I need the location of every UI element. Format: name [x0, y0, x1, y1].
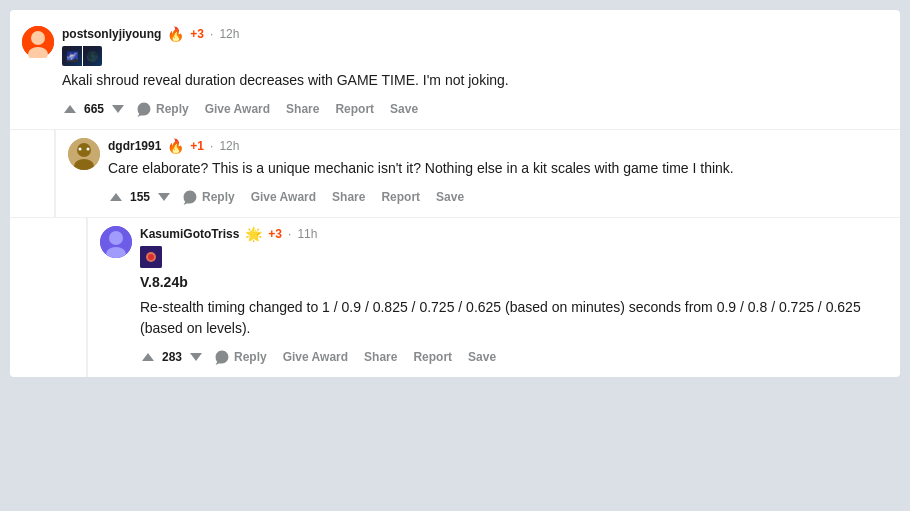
comment-time: 11h: [297, 227, 317, 241]
downvote-button[interactable]: [188, 351, 204, 363]
award-icon: 🌟: [245, 226, 262, 242]
save-button[interactable]: Save: [462, 346, 502, 368]
upvote-button[interactable]: [140, 351, 156, 363]
save-label: Save: [390, 102, 418, 116]
upvote-icon: [142, 353, 154, 361]
comment-text-content: Re-stealth timing changed to 1 / 0.9 / 0…: [140, 297, 888, 339]
badge-img-1: 🌌: [62, 46, 82, 66]
comment-row-nested: dgdr1991 🔥 +1 · 12h Care elaborate? This…: [54, 130, 888, 217]
vote-controls: 283: [140, 350, 204, 364]
username: postsonlyjiyoung: [62, 27, 161, 41]
upvote-icon: [64, 105, 76, 113]
save-button[interactable]: Save: [430, 186, 470, 208]
time-dot: ·: [210, 139, 213, 153]
report-label: Report: [335, 102, 374, 116]
give-award-button[interactable]: Give Award: [245, 186, 322, 208]
downvote-button[interactable]: [110, 103, 126, 115]
vote-controls: 665: [62, 102, 126, 116]
reply-button[interactable]: Reply: [176, 185, 241, 209]
vote-controls: 155: [108, 190, 172, 204]
downvote-icon: [112, 105, 124, 113]
avatar: [68, 138, 100, 170]
reply-icon: [136, 101, 152, 117]
reply-icon: [214, 349, 230, 365]
award-icon: 🔥: [167, 26, 184, 42]
give-award-label: Give Award: [205, 102, 270, 116]
report-button[interactable]: Report: [407, 346, 458, 368]
svg-point-13: [148, 254, 154, 260]
comment-time: 12h: [219, 27, 239, 41]
svg-point-9: [109, 231, 123, 245]
reply-label: Reply: [156, 102, 189, 116]
comment-text: Care elaborate? This is a unique mechani…: [108, 158, 888, 179]
save-label: Save: [468, 350, 496, 364]
vote-count: 665: [82, 102, 106, 116]
downvote-button[interactable]: [156, 191, 172, 203]
svg-point-6: [79, 148, 82, 151]
report-button[interactable]: Report: [329, 98, 380, 120]
comment-body: dgdr1991 🔥 +1 · 12h Care elaborate? This…: [108, 138, 888, 209]
badge-img-2: 🌑: [83, 46, 103, 66]
report-button[interactable]: Report: [375, 186, 426, 208]
reply-icon: [182, 189, 198, 205]
give-award-label: Give Award: [283, 350, 348, 364]
time-dot: ·: [210, 27, 213, 41]
report-label: Report: [413, 350, 452, 364]
comment-header: KasumiGotoTriss 🌟 +3 · 11h: [140, 226, 888, 242]
action-bar: 665 Reply Give Award Share Report: [62, 97, 888, 121]
upvote-button[interactable]: [62, 103, 78, 115]
username: KasumiGotoTriss: [140, 227, 239, 241]
action-bar: 155 Reply Give Award Share Report: [108, 185, 888, 209]
upvote-button[interactable]: [108, 191, 124, 203]
action-bar: 283 Reply Give Award Share Report: [140, 345, 888, 369]
small-image-badge: [140, 246, 162, 268]
svg-point-7: [87, 148, 90, 151]
reply-label: Reply: [234, 350, 267, 364]
comment-time: 12h: [219, 139, 239, 153]
share-label: Share: [332, 190, 365, 204]
comment-thread: postsonlyjiyoung 🔥 +3 · 12h 🌌 🌑 Akali sh…: [10, 10, 900, 377]
comment-body: KasumiGotoTriss 🌟 +3 · 11h V.8.24b Re-st…: [140, 226, 888, 369]
award-icon: 🔥: [167, 138, 184, 154]
avatar: [22, 26, 54, 58]
comment-header: postsonlyjiyoung 🔥 +3 · 12h: [62, 26, 888, 42]
comment-row-nested-2: KasumiGotoTriss 🌟 +3 · 11h V.8.24b Re-st…: [86, 218, 888, 377]
comment-row: postsonlyjiyoung 🔥 +3 · 12h 🌌 🌑 Akali sh…: [22, 18, 888, 129]
reply-button[interactable]: Reply: [130, 97, 195, 121]
karma-badge: +3: [190, 27, 204, 41]
username: dgdr1991: [108, 139, 161, 153]
upvote-icon: [110, 193, 122, 201]
share-label: Share: [286, 102, 319, 116]
give-award-button[interactable]: Give Award: [277, 346, 354, 368]
report-label: Report: [381, 190, 420, 204]
give-award-button[interactable]: Give Award: [199, 98, 276, 120]
share-label: Share: [364, 350, 397, 364]
comment-text: Akali shroud reveal duration decreases w…: [62, 70, 888, 91]
give-award-label: Give Award: [251, 190, 316, 204]
share-button[interactable]: Share: [280, 98, 325, 120]
avatar: [100, 226, 132, 258]
downvote-icon: [158, 193, 170, 201]
downvote-icon: [190, 353, 202, 361]
save-label: Save: [436, 190, 464, 204]
vote-count: 155: [128, 190, 152, 204]
karma-badge: +1: [190, 139, 204, 153]
karma-badge: +3: [268, 227, 282, 241]
reply-label: Reply: [202, 190, 235, 204]
comment-body: postsonlyjiyoung 🔥 +3 · 12h 🌌 🌑 Akali sh…: [62, 26, 888, 121]
svg-point-1: [31, 31, 45, 45]
comment-text-v: V.8.24b: [140, 272, 888, 293]
vote-count: 283: [160, 350, 184, 364]
image-badge: 🌌 🌑: [62, 46, 102, 66]
reply-button[interactable]: Reply: [208, 345, 273, 369]
comment-header: dgdr1991 🔥 +1 · 12h: [108, 138, 888, 154]
share-button[interactable]: Share: [326, 186, 371, 208]
save-button[interactable]: Save: [384, 98, 424, 120]
share-button[interactable]: Share: [358, 346, 403, 368]
time-dot: ·: [288, 227, 291, 241]
